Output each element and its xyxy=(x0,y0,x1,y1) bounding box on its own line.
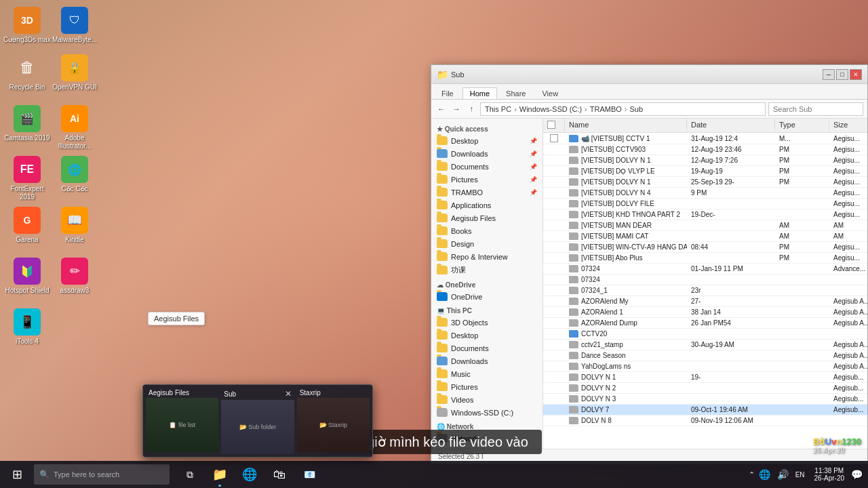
preview-item-staxrip[interactable]: Staxrip 📂 Staxrip xyxy=(297,388,370,454)
sidebar-item-documents[interactable]: Documents📌 xyxy=(431,160,542,173)
sidebar-item-network[interactable]: Network xyxy=(431,432,542,445)
sidebar-item-pictures2[interactable]: Pictures xyxy=(431,380,542,393)
preview-item-aegisub[interactable]: Aegisub Files 📋 file list xyxy=(146,388,218,454)
taskbar-search[interactable]: 🔍 xyxy=(34,464,170,485)
file-explorer-taskbar-icon[interactable]: 📁 xyxy=(206,461,233,488)
file-row[interactable]: [VIETSUB] MAMI CAT AMAM xyxy=(543,231,867,242)
file-row[interactable]: 📹 [VIETSUB] CCTV 1 31-Aug-19 12:4M...Aeg… xyxy=(543,133,867,144)
sidebar-item-books[interactable]: Books xyxy=(431,224,542,237)
sidebar-item-videos[interactable]: Videos xyxy=(431,393,542,406)
file-row[interactable]: 07324_1 23r xyxy=(543,285,867,296)
sidebar-item-repo[interactable]: Repo & Interview xyxy=(431,250,542,263)
desktop-icon-camtasia[interactable]: 🎬 Camtasia 2019 xyxy=(3,105,51,142)
file-row[interactable]: 07324 01-Jan-19 11 PMAdvance... xyxy=(543,264,867,274)
forward-button[interactable]: → xyxy=(450,103,462,115)
file-row[interactable]: [VIETSUB] CCTV903 12-Aug-19 23:46PMAegis… xyxy=(543,144,867,155)
file-row[interactable]: [VIETSUB] KHD THNOA PART 2 19-Dec-Aegisu… xyxy=(543,209,867,220)
extra-taskbar-icon[interactable]: 📧 xyxy=(296,461,323,488)
file-row[interactable]: [VIETSUB] DOLVY N 1 25-Sep-19 29-PMAegis… xyxy=(543,177,867,188)
file-row[interactable]: AZORAlend 1 38 Jan 14Aegisub A... xyxy=(543,307,867,318)
desktop-icon-garena[interactable]: G Garena xyxy=(3,207,51,244)
file-row[interactable]: [VIETSUB] DOLVY N 1 12-Aug-19 7:26PMAegi… xyxy=(543,155,867,166)
file-row[interactable]: DOLVY N 2 Aegisub... xyxy=(543,383,867,394)
notifications-icon[interactable]: 💬 xyxy=(851,469,863,480)
taskbar-right: ⌃ 🌐 🔊 EN 11:38 PM 26-Apr-20 💬 xyxy=(743,467,868,482)
sidebar-item-design[interactable]: Design xyxy=(431,237,542,250)
sidebar-item-onedrive[interactable]: OneDrive xyxy=(431,290,542,303)
language-indicator[interactable]: EN xyxy=(795,471,805,479)
col-type[interactable]: Type xyxy=(775,119,829,132)
file-row[interactable]: DOLVY N 3 Aegisub... xyxy=(543,394,867,405)
sidebar-item-pictures[interactable]: Pictures📌 xyxy=(431,173,542,186)
col-date[interactable]: Date xyxy=(687,119,775,132)
maximize-button[interactable]: □ xyxy=(836,69,848,80)
desktop-icon-recycle-bin[interactable]: 🗑 Recycle Bin xyxy=(3,54,51,92)
desktop-icon-hotspot[interactable]: 🔰 Hotspot Shield xyxy=(3,258,51,295)
sidebar-item-applications[interactable]: Applications xyxy=(431,199,542,211)
file-row[interactable]: DOLVY 7 09-Oct-1 19:46 AMAegisub... xyxy=(543,405,867,415)
start-button[interactable]: ⊞ xyxy=(0,461,34,488)
file-row[interactable]: AZORAlend My 27-Aegisub A... xyxy=(543,296,867,307)
file-row[interactable]: [VIETSUB] DOLVY N 4 9 PMAegisu... xyxy=(543,188,867,199)
sidebar-item-aegisub-files[interactable]: Aegisub Files xyxy=(431,211,542,224)
desktop-icon-coccoc[interactable]: 🌐 Cốc Cốc xyxy=(51,156,98,193)
desktop-icon-cuong3ds[interactable]: 3D Cường3Ds max xyxy=(3,7,51,44)
address-path[interactable]: This PC › Windows-SSD (C:) › TRAMBO › Su… xyxy=(480,102,766,116)
file-row[interactable]: [VIETSUB] WIN-CTV-A9 HANG DAU 08:44PMAeg… xyxy=(543,242,867,253)
preview-thumb-aegisub: 📋 file list xyxy=(146,398,218,452)
back-button[interactable]: ← xyxy=(435,103,448,115)
sidebar-item-downloads2[interactable]: Downloads xyxy=(431,354,542,367)
tab-view[interactable]: View xyxy=(534,87,566,99)
file-row[interactable]: DOLVY N 1 19-Aegisub... xyxy=(543,372,867,383)
up-button[interactable]: ↑ xyxy=(465,103,477,115)
sidebar-item-chinese[interactable]: 功课 xyxy=(431,263,542,277)
file-row[interactable]: DOLV N 8 09-Nov-19 12:06 AM xyxy=(543,415,867,426)
preview-item-sub[interactable]: Sub ✕ 📂 Sub folder xyxy=(221,388,294,454)
tab-share[interactable]: Share xyxy=(498,87,533,99)
preview-close-sub[interactable]: ✕ xyxy=(285,389,292,399)
search-input[interactable] xyxy=(768,102,863,116)
store-taskbar-icon[interactable]: 🛍 xyxy=(266,461,293,488)
desktop-icon-malwarebytes[interactable]: 🛡 MalwareByte... xyxy=(51,7,98,44)
taskbar-up-arrow[interactable]: ⌃ xyxy=(749,470,755,479)
sidebar-item-music[interactable]: Music xyxy=(431,367,542,380)
file-row[interactable]: [VIETSUB] MAN DEAR AMAM xyxy=(543,220,867,231)
preview-thumb-sub: 📂 Sub folder xyxy=(221,400,294,454)
file-row[interactable]: 07324 xyxy=(543,274,867,285)
desktop-icon-assdraw[interactable]: ✏ assdraw3 xyxy=(51,258,98,295)
desktop-icon-illustrator[interactable]: Ai Adobe Illustrator... xyxy=(51,105,98,150)
sidebar-item-documents2[interactable]: Documents xyxy=(431,342,542,354)
file-list: Name Date Type Size 📹 [VIETSUB] CCTV 1 3… xyxy=(543,119,867,449)
file-row[interactable]: cctv21_stamp 30-Aug-19 AMAegisub A... xyxy=(543,340,867,350)
sidebar-item-downloads[interactable]: Downloads📌 xyxy=(431,147,542,160)
sidebar-item-3dobjects[interactable]: 3D Objects xyxy=(431,316,542,329)
file-row[interactable]: YahDogLams ns Aegisub A... xyxy=(543,361,867,372)
close-button[interactable]: ✕ xyxy=(850,69,862,80)
desktop-icon-fontexpert[interactable]: FE FontExpert 2019 xyxy=(3,156,51,201)
desktop-icon-openvpn[interactable]: 🔒 OpenVPN GUI xyxy=(51,54,98,92)
path-drive: Windows-SSD (C:) xyxy=(519,105,582,113)
taskbar-search-input[interactable] xyxy=(54,470,155,479)
tab-file[interactable]: File xyxy=(434,87,461,99)
sidebar-item-trambo[interactable]: TRAMBO📌 xyxy=(431,186,542,199)
file-row[interactable]: Dance Season Aegisub A... xyxy=(543,350,867,361)
file-row[interactable]: CCTV20 xyxy=(543,329,867,340)
file-row[interactable]: AZORAlend Dump 26 Jan PM54Aegisub A... xyxy=(543,318,867,329)
file-row[interactable]: [VIETSUB] DOLVY FILE Aegisu... xyxy=(543,199,867,209)
status-text: Selected 26.3 I xyxy=(438,453,484,460)
taskview-button[interactable]: ⧉ xyxy=(176,461,203,488)
sidebar-item-windows-ssd[interactable]: Windows-SSD (C:) xyxy=(431,406,542,419)
minimize-button[interactable]: ─ xyxy=(823,69,835,80)
col-size[interactable]: Size xyxy=(829,119,867,132)
desktop-icon-kindle[interactable]: 📖 Kindle xyxy=(51,207,98,244)
sidebar-item-desktop2[interactable]: Desktop xyxy=(431,329,542,342)
taskbar-clock[interactable]: 11:38 PM 26-Apr-20 xyxy=(809,467,850,482)
desktop-icon-itools[interactable]: 📱 iTools 4 xyxy=(3,308,51,346)
col-name[interactable]: Name xyxy=(565,119,687,132)
tab-home[interactable]: Home xyxy=(462,87,497,99)
browser-taskbar-icon[interactable]: 🌐 xyxy=(236,461,263,488)
sidebar-item-desktop[interactable]: Desktop📌 xyxy=(431,134,542,147)
file-row[interactable]: [VIETSUB] DỌ VLYP LE 19-Aug-19PMAegisu..… xyxy=(543,166,867,177)
volume-icon: 🔊 xyxy=(777,469,789,480)
file-row[interactable]: [VIETSUB] Abo Plus PMAegisu... xyxy=(543,253,867,264)
